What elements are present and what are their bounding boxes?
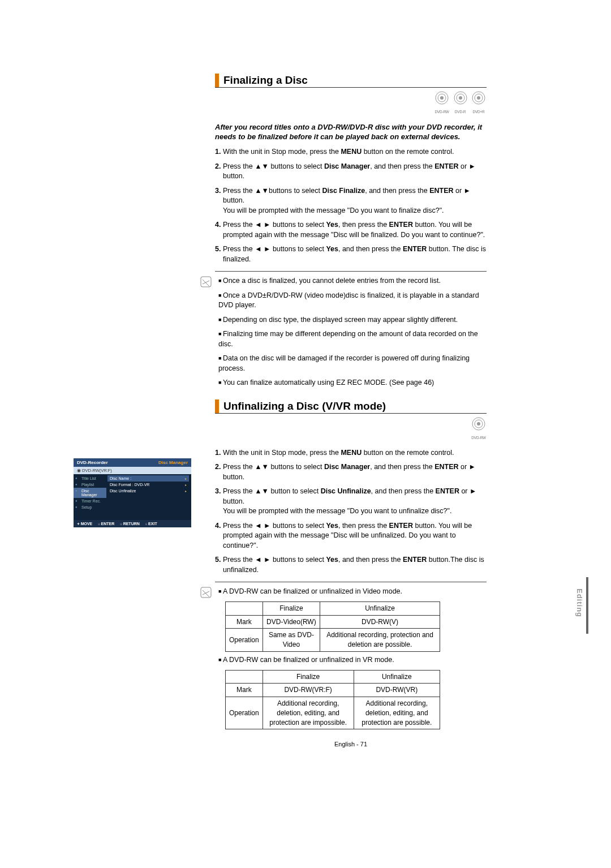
step: Press the ◄ ► buttons to select Yes, the… [223,522,472,549]
step: Press the ▲▼ buttons to select Disc Mana… [223,463,476,481]
note: Depending on disc type, the displayed sc… [218,315,487,325]
osd-row-disc-format: Disc Format : DVD-VR▸ [107,482,189,488]
step: With the unit in Stop mode, press the ME… [223,148,454,156]
svg-point-2 [440,96,444,100]
section-title: Unﬁnalizing a Disc (V/VR mode) [223,400,386,412]
svg-point-5 [459,96,462,100]
step: Press the ◄ ► buttons to select Yes, and… [223,556,484,574]
video-mode-table: Finalize Unﬁnalize Mark DVD-Video(RW) DV… [225,601,440,652]
unfinalize-steps: 1. With the unit in Stop mode, press the… [215,448,487,575]
side-tab-label: Editing [575,588,584,617]
step: With the unit in Stop mode, press the ME… [223,449,454,457]
disc-icon-dvd-rw: DVD-RW [434,91,450,115]
side-tab-strip [586,577,588,634]
note: You can ﬁnalize automatically using EZ R… [218,378,487,388]
osd-menu-title-list: Title List [74,475,106,482]
finalize-steps: 1. With the unit in Stop mode, press the… [215,147,487,264]
osd-row-disc-unfinalize: Disc Unﬁnalize▸ [107,488,189,494]
disc-icons-row-2: DVD-RW [215,417,487,441]
osd-footer-hints: MOVE ENTER RETURN EXIT [74,520,191,527]
table-row: Mark DVD-Video(RW) DVD-RW(V) [226,615,440,629]
osd-menu-setup: Setup [74,504,106,510]
table-intro-note: A DVD-RW can be ﬁnalized or unﬁnalized i… [218,655,487,665]
step: Press the ▲▼ buttons to select Disc Mana… [223,162,476,181]
step: Press the ▲▼buttons to select Disc Final… [223,187,471,214]
table-intro-note: A DVD-RW can be ﬁnalized or unﬁnalized i… [218,587,487,597]
disc-icons-row: DVD-RW DVD-R DVD+R [215,91,487,115]
disc-icon-dvd-plus-r: DVD+R [471,91,487,115]
note: Finalizing time may be different dependi… [218,329,487,349]
table-row: Mark DVD-RW(VR:F) DVD-RW(VR) [226,684,440,697]
step: Press the ▲▼ button to select Disc Unﬁna… [223,487,476,515]
section-header-unfinalizing: Unﬁnalizing a Disc (V/VR mode) [215,399,487,414]
vr-mode-table: Finalize Unﬁnalize Mark DVD-RW(VR:F) DVD… [225,670,440,730]
osd-menu-playlist: Playlist [74,482,106,488]
section-title: Finalizing a Disc [223,74,308,87]
intro-text: After you record titles onto a DVD-RW/DV… [215,122,487,141]
step: Press the ◄ ► buttons to select Yes, the… [223,221,485,239]
osd-row-disc-name: Disc Name :▸ [107,475,189,482]
note-icon [200,587,212,601]
osd-disc-sub: ◉ DVD-RW(VR:F) [74,467,191,474]
osd-title-left: DVD-Recorder [77,460,108,465]
osd-menu-disc-manager: Disc Manager [74,488,106,498]
osd-screenshot: DVD-Recorder Disc Manager ◉ DVD-RW(VR:F)… [74,458,191,527]
svg-rect-9 [201,277,211,287]
page-footer: English - 71 [215,741,487,747]
disc-icon-dvd-r: DVD-R [453,91,468,115]
disc-icon-dvd-rw: DVD-RW [471,417,487,441]
section-header-finalizing: Finalizing a Disc [215,74,487,88]
note: Data on the disc will be damaged if the … [218,354,487,373]
note-icon [200,276,212,291]
osd-content: Disc Name :▸ Disc Format : DVD-VR▸ Disc … [106,474,191,520]
svg-point-8 [477,96,480,100]
table-row: Operation Additional recording, deletion… [226,697,440,729]
finalize-notes: Once a disc is ﬁnalized, you cannot dele… [215,276,487,388]
note: Once a disc is ﬁnalized, you cannot dele… [218,276,487,286]
note: Once a DVD±R/DVD-RW (video mode)disc is … [218,291,487,311]
step: Press the ◄ ► buttons to select Yes, and… [223,245,486,263]
osd-title-right: Disc Manager [158,460,188,465]
osd-side-menu: Title List Playlist Disc Manager Timer R… [74,474,106,520]
svg-rect-13 [201,587,211,598]
svg-point-12 [477,422,480,426]
table-row: Operation Same as DVD-Video Additional r… [226,629,440,652]
osd-menu-timer-rec: Timer Rec. [74,498,106,504]
